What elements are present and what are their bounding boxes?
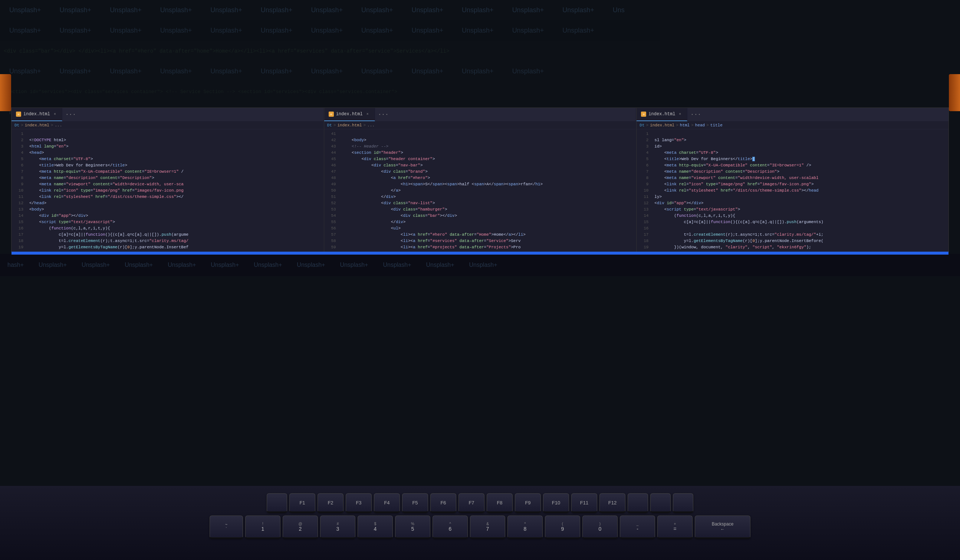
key-f5[interactable]: F5 xyxy=(402,493,428,512)
key-print[interactable] xyxy=(628,493,648,512)
file-icon-1: H xyxy=(16,112,21,117)
key-8-bottom: 8 xyxy=(524,526,527,532)
key-4[interactable]: $ 4 xyxy=(358,515,393,539)
watermark-mid: Unsplash+ xyxy=(332,262,375,268)
code-area-2: 4142434445464748495051525354555657585960… xyxy=(324,129,636,252)
bg-code-text: <div class="bar"></div> </div><li><a hre… xyxy=(0,48,453,54)
bc-sep-1: > xyxy=(21,123,23,128)
tab-label-3: index.html xyxy=(648,112,675,117)
key-f7[interactable]: F7 xyxy=(459,493,485,512)
key-escape[interactable] xyxy=(267,493,287,512)
key-f2[interactable]: F2 xyxy=(318,493,344,512)
file-icon-3: H xyxy=(641,112,646,117)
key-f11-label: F11 xyxy=(580,500,588,506)
code-content-2: <body> <!-- Header --> <section id="head… xyxy=(339,129,636,252)
key-f8-label: F8 xyxy=(497,500,502,506)
editor-panel-3: H index.html × ··· Dt > index.html > htm… xyxy=(637,108,949,252)
file-icon-2: H xyxy=(329,112,334,117)
bc-sep-6: > xyxy=(676,123,678,128)
watermark-text: Unsplash+ xyxy=(352,67,402,75)
tab-close-1[interactable]: × xyxy=(52,112,58,117)
key-8[interactable]: * 8 xyxy=(507,515,543,539)
tab-index-html-3[interactable]: H index.html × xyxy=(637,108,687,121)
key-f1-label: F1 xyxy=(299,500,305,506)
key-tilde[interactable]: ~ ` xyxy=(210,515,243,539)
watermark-text: Unsplash+ xyxy=(402,27,453,35)
bg-code-text: <section id="services"><div class="servi… xyxy=(0,89,401,94)
panel-3-tabs: H index.html × ··· xyxy=(637,108,949,121)
watermark-text: Unsplash+ xyxy=(251,67,302,75)
key-f11[interactable]: F11 xyxy=(571,493,597,512)
watermark-text: Unsplash+ xyxy=(503,27,554,35)
bc-dt-1: Dt xyxy=(14,123,19,128)
panel-2-tabs: H index.html × ··· xyxy=(324,108,636,121)
code-content-3: sl lang="en"> id> <meta charset="UTF-8">… xyxy=(651,129,949,252)
tab-label-1: index.html xyxy=(23,112,50,117)
bc-html-3: html xyxy=(680,123,690,128)
fn-key-row: F1 F2 F3 F4 F5 F6 F7 F8 F9 F10 F11 xyxy=(267,493,693,512)
tab-close-3[interactable]: × xyxy=(677,112,683,117)
bc-head-3: head xyxy=(695,123,705,128)
tab-more-2[interactable]: ··· xyxy=(375,108,392,121)
laptop-frame-left xyxy=(0,74,11,111)
key-1[interactable]: ! 1 xyxy=(245,515,280,539)
key-9-top: ( xyxy=(562,522,563,526)
key-1-bottom: 1 xyxy=(261,526,264,532)
breadcrumb-2: Dt > index.html > ... xyxy=(324,121,636,129)
key-3-top: # xyxy=(337,522,339,526)
watermark-text: Unsplash+ xyxy=(50,6,101,14)
key-f6[interactable]: F6 xyxy=(430,493,456,512)
key-6[interactable]: ^ 6 xyxy=(432,515,468,539)
key-f8[interactable]: F8 xyxy=(487,493,513,512)
bc-sep-7: > xyxy=(691,123,694,128)
bc-sep-5: > xyxy=(646,123,649,128)
watermark-mid: Unsplash+ xyxy=(160,262,203,268)
tab-more-3[interactable]: ··· xyxy=(687,108,704,121)
watermark-layer: Unsplash+ Unsplash+ Unsplash+ Unsplash+ … xyxy=(0,0,960,560)
watermark-text: Unsplash+ xyxy=(302,27,352,35)
key-f1[interactable]: F1 xyxy=(290,493,315,512)
breadcrumb-3: Dt > index.html > html > head > title xyxy=(637,121,949,129)
key-3[interactable]: # 3 xyxy=(320,515,355,539)
vscode-editor: H index.html × ··· Dt > index.html > ...… xyxy=(11,107,949,252)
watermark-text: Unsplash+ xyxy=(251,27,302,35)
watermark-mid: Unsplash+ xyxy=(418,262,461,268)
watermark-text: Unsplash+ xyxy=(402,67,453,75)
key-0[interactable]: ) 0 xyxy=(582,515,618,539)
key-backspace[interactable]: Backspace ← xyxy=(695,515,750,539)
watermark-mid: Unsplash+ xyxy=(117,262,160,268)
key-7-top: & xyxy=(486,522,489,526)
tab-index-html-1[interactable]: H index.html × xyxy=(11,108,62,121)
key-7[interactable]: & 7 xyxy=(470,515,505,539)
line-numbers-1: 123456789101112131415161718192021222324 xyxy=(11,129,26,252)
key-f10[interactable]: F10 xyxy=(543,493,569,512)
key-pause[interactable] xyxy=(673,493,693,512)
key-4-top: $ xyxy=(374,522,376,526)
key-f9[interactable]: F9 xyxy=(515,493,541,512)
watermark-text: Unsplash+ xyxy=(0,6,50,14)
key-f3[interactable]: F3 xyxy=(346,493,372,512)
tab-index-html-2[interactable]: H index.html × xyxy=(324,108,375,121)
editor-panel-2: H index.html × ··· Dt > index.html > ...… xyxy=(324,108,637,252)
key-9[interactable]: ( 9 xyxy=(545,515,580,539)
key-f12[interactable]: F12 xyxy=(600,493,626,512)
tab-more-1[interactable]: ··· xyxy=(62,108,79,121)
watermark-mid: Unsplash+ xyxy=(246,262,290,268)
key-f4[interactable]: F4 xyxy=(374,493,400,512)
key-equals[interactable]: + = xyxy=(657,515,693,539)
watermark-text: Unsplash+ xyxy=(50,67,101,75)
key-scroll-lock[interactable] xyxy=(650,493,670,512)
key-5[interactable]: % 5 xyxy=(395,515,430,539)
bc-dots-2: ... xyxy=(367,123,374,128)
key-8-top: * xyxy=(525,522,526,526)
editor-panels: H index.html × ··· Dt > index.html > ...… xyxy=(11,108,949,252)
key-6-bottom: 6 xyxy=(449,526,452,532)
watermark-text: Unsplash+ xyxy=(453,6,503,14)
bc-sep-4: > xyxy=(363,123,366,128)
key-minus[interactable]: _ - xyxy=(620,515,655,539)
key-2[interactable]: @ 2 xyxy=(283,515,318,539)
watermark-text: Unsplash+ xyxy=(251,6,302,14)
watermark-mid: Unsplash+ xyxy=(462,262,505,268)
tab-close-2[interactable]: × xyxy=(365,112,370,117)
watermark-text: Unsplash+ xyxy=(402,6,453,14)
